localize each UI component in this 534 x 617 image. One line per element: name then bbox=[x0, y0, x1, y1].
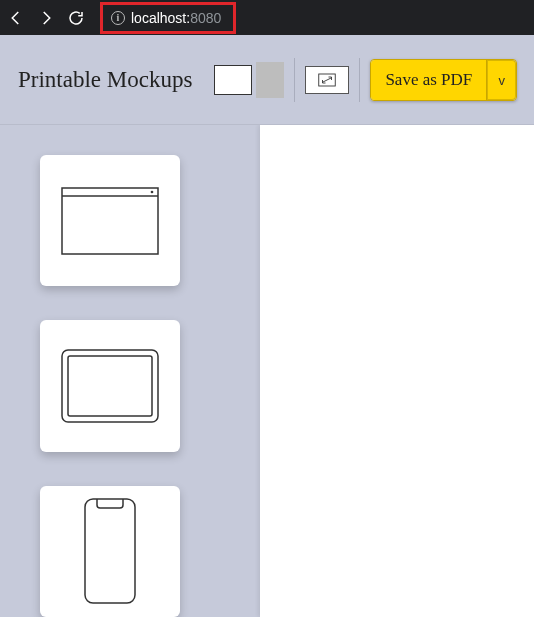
svg-rect-6 bbox=[85, 499, 135, 603]
back-button[interactable] bbox=[6, 8, 26, 28]
svg-point-3 bbox=[151, 191, 152, 192]
save-button-group: Save as PDF v bbox=[370, 59, 517, 101]
divider bbox=[359, 58, 360, 102]
tablet-icon bbox=[60, 348, 160, 424]
fullscreen-icon bbox=[318, 73, 336, 87]
divider bbox=[294, 58, 295, 102]
toolbar: Printable Mockups Save as PDF v bbox=[0, 35, 534, 125]
reload-button[interactable] bbox=[66, 8, 86, 28]
url-highlight-box: i localhost:8080 bbox=[100, 2, 236, 34]
mockup-card-phone[interactable] bbox=[40, 486, 180, 617]
workspace bbox=[0, 125, 534, 617]
color-swatches bbox=[214, 60, 284, 100]
preview-canvas[interactable] bbox=[260, 125, 534, 617]
fullscreen-button[interactable] bbox=[305, 66, 349, 94]
mockup-sidebar bbox=[0, 125, 260, 617]
app-title: Printable Mockups bbox=[18, 67, 192, 93]
svg-rect-1 bbox=[62, 188, 158, 254]
forward-button[interactable] bbox=[36, 8, 56, 28]
browser-window-icon bbox=[60, 186, 160, 256]
save-dropdown-button[interactable]: v bbox=[486, 60, 516, 100]
app-root: Printable Mockups Save as PDF v bbox=[0, 35, 534, 617]
color-swatch-white[interactable] bbox=[214, 65, 252, 95]
svg-rect-4 bbox=[62, 350, 158, 422]
color-swatch-grey[interactable] bbox=[256, 62, 284, 98]
svg-rect-5 bbox=[68, 356, 152, 416]
url-text[interactable]: localhost:8080 bbox=[131, 9, 221, 27]
save-as-pdf-button[interactable]: Save as PDF bbox=[371, 60, 486, 100]
phone-icon bbox=[83, 497, 137, 605]
mockup-card-tablet[interactable] bbox=[40, 320, 180, 451]
browser-address-bar: i localhost:8080 bbox=[0, 0, 534, 35]
site-info-icon[interactable]: i bbox=[111, 11, 125, 25]
mockup-card-browser[interactable] bbox=[40, 155, 180, 286]
chevron-down-icon: v bbox=[499, 73, 506, 88]
